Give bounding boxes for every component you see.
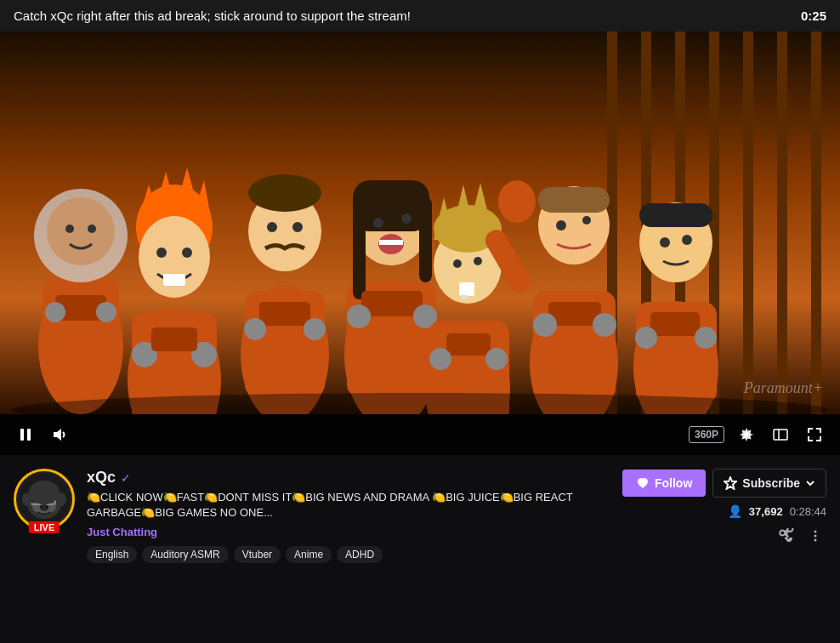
svg-point-110 [814, 531, 817, 533]
share-button[interactable] [775, 525, 797, 547]
player-wrapper: Catch xQc right after this ad break; sti… [0, 0, 840, 455]
tag-auditory-asmr[interactable]: Auditory ASMR [142, 546, 228, 563]
follow-button[interactable]: Follow [622, 469, 706, 497]
svg-point-13 [65, 225, 74, 233]
actions-top: Follow Subscribe [622, 469, 826, 498]
svg-point-35 [248, 174, 321, 212]
svg-point-111 [814, 535, 817, 538]
svg-rect-45 [353, 197, 366, 299]
svg-point-37 [292, 222, 303, 232]
svg-point-16 [45, 302, 65, 322]
svg-point-68 [429, 348, 451, 370]
stream-time: 0:28:44 [790, 505, 826, 518]
svg-rect-51 [361, 291, 423, 316]
more-options-button[interactable] [804, 525, 826, 547]
more-options-icon [808, 528, 823, 543]
player-controls: 360P [0, 414, 840, 455]
svg-rect-10 [43, 278, 119, 380]
svg-marker-91 [54, 429, 61, 441]
heart-icon [636, 476, 650, 490]
video-watermark: Paramount+ [744, 379, 823, 397]
svg-point-39 [244, 318, 266, 340]
svg-point-12 [47, 197, 115, 265]
svg-point-69 [485, 348, 508, 370]
svg-rect-63 [459, 282, 474, 296]
svg-point-27 [182, 248, 192, 258]
streamer-name-row: xQc ✓ [87, 469, 610, 487]
svg-point-87 [695, 327, 717, 349]
settings-button[interactable] [735, 423, 758, 447]
svg-point-112 [814, 539, 817, 542]
svg-point-61 [453, 259, 462, 268]
svg-point-84 [682, 235, 692, 245]
svg-point-74 [556, 220, 566, 230]
svg-point-52 [347, 304, 371, 328]
svg-point-77 [533, 313, 557, 337]
streamer-name: xQc [87, 469, 116, 487]
stream-actions: Follow Subscribe 👤 37,692 0:28:44 [622, 469, 826, 547]
tag-anime[interactable]: Anime [286, 546, 332, 563]
live-badge: LIVE [29, 521, 60, 533]
svg-rect-90 [27, 429, 31, 441]
svg-rect-64 [461, 295, 468, 299]
svg-marker-109 [724, 477, 736, 489]
fullscreen-button[interactable] [803, 423, 826, 447]
svg-point-36 [267, 222, 277, 232]
tag-adhd[interactable]: ADHD [337, 546, 383, 563]
svg-point-40 [304, 318, 326, 340]
ad-message: Catch xQc right after this ad break; sti… [14, 9, 411, 23]
tag-english[interactable]: English [87, 546, 137, 563]
svg-point-78 [593, 313, 616, 337]
svg-rect-28 [163, 274, 185, 286]
svg-point-17 [96, 302, 116, 322]
stream-info: LIVE xQc ✓ 🍋CLICK NOW🍋FAST🍋DONT MISS IT🍋… [0, 455, 840, 573]
svg-point-14 [88, 225, 96, 233]
play-pause-button[interactable] [14, 423, 37, 447]
svg-point-104 [40, 505, 43, 509]
video-player[interactable]: Paramount+ [0, 31, 840, 414]
verified-icon: ✓ [121, 471, 131, 485]
actions-bottom [775, 525, 826, 547]
viewer-count: 37,692 [749, 505, 783, 518]
star-icon [724, 476, 737, 490]
viewer-icon: 👤 [728, 504, 742, 518]
svg-point-108 [29, 481, 60, 504]
tag-vtuber[interactable]: Vtuber [234, 546, 281, 563]
quality-selector[interactable]: 360P [689, 426, 724, 443]
svg-rect-73 [538, 187, 610, 213]
svg-point-105 [45, 505, 48, 509]
viewer-row: 👤 37,692 0:28:44 [728, 504, 826, 518]
svg-rect-50 [379, 240, 403, 245]
volume-button[interactable] [48, 423, 71, 447]
svg-point-48 [401, 213, 411, 224]
stream-title: 🍋CLICK NOW🍋FAST🍋DONT MISS IT🍋BIG NEWS AN… [87, 490, 610, 521]
chevron-down-icon [805, 478, 815, 488]
svg-point-75 [582, 216, 591, 225]
svg-point-26 [156, 248, 167, 258]
controls-right: 360P [689, 423, 826, 447]
theatre-mode-button[interactable] [769, 423, 792, 447]
avatar-wrapper: LIVE [14, 469, 75, 530]
svg-point-66 [498, 180, 536, 223]
svg-rect-38 [259, 302, 310, 326]
avatar-image [19, 474, 70, 525]
subscribe-button[interactable]: Subscribe [712, 469, 826, 498]
ad-banner: Catch xQc right after this ad break; sti… [0, 0, 840, 31]
svg-point-86 [635, 327, 657, 349]
ad-timer: 0:25 [801, 9, 826, 23]
stream-tags: English Auditory ASMR Vtuber Anime ADHD [87, 546, 610, 563]
cartoon-scene [0, 31, 840, 414]
svg-point-62 [474, 257, 482, 265]
svg-rect-85 [650, 312, 700, 336]
svg-rect-46 [419, 197, 432, 282]
svg-rect-67 [446, 333, 491, 356]
svg-rect-89 [20, 429, 24, 441]
svg-point-47 [373, 218, 383, 228]
stream-details: xQc ✓ 🍋CLICK NOW🍋FAST🍋DONT MISS IT🍋BIG N… [87, 469, 610, 563]
svg-rect-82 [639, 203, 712, 227]
share-icon [779, 528, 794, 543]
svg-rect-31 [151, 327, 197, 351]
stream-category[interactable]: Just Chatting [87, 526, 157, 538]
svg-point-83 [660, 237, 670, 248]
svg-rect-93 [774, 430, 787, 440]
